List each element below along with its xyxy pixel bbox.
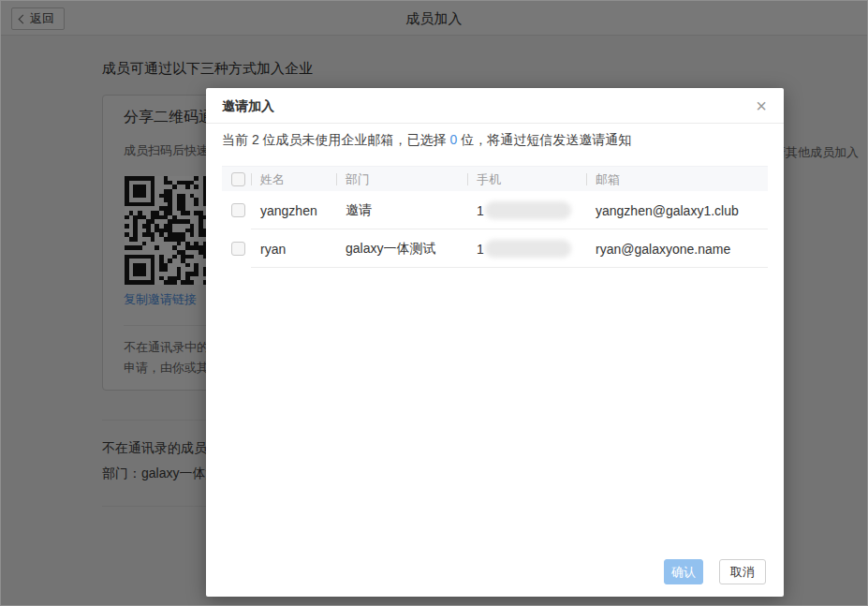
column-header-name: 姓名 [251,167,336,191]
phone-redacted-blur [485,240,571,258]
phone-digit: 1 [477,203,484,218]
dialog-footer: 确认 取消 [664,559,766,584]
cancel-button[interactable]: 取消 [719,559,766,584]
close-icon[interactable]: × [749,88,773,124]
members-table: 姓名 部门 手机 邮箱 yangzhen 邀请 1 yangzhen@galax… [222,166,768,268]
row-checkbox[interactable] [231,242,245,256]
invite-join-dialog: 邀请加入 × 当前 2 位成员未使用企业邮箱，已选择 0 位，将通过短信发送邀请… [206,88,784,597]
table-header-row: 姓名 部门 手机 邮箱 [222,166,768,191]
dialog-title: 邀请加入 [222,88,274,124]
app-window: 返回 成员加入 成员可通过以下三种方式加入企业 分享二维码通 成员扫码后快速加 … [0,0,868,606]
member-email: ryan@galaxyone.name [586,242,768,257]
header-checkbox-cell [222,172,251,186]
notice-prefix: 当前 2 位成员未使用企业邮箱，已选择 [222,132,449,147]
column-header-department: 部门 [336,167,467,191]
notice-suffix: 位，将通过短信发送邀请通知 [457,132,631,147]
row-checkbox[interactable] [231,203,245,217]
select-all-checkbox[interactable] [231,172,245,186]
row-checkbox-cell [222,242,251,256]
member-phone: 1 [467,201,586,219]
row-checkbox-cell [222,203,251,217]
column-header-phone: 手机 [467,167,586,191]
member-department: 邀请 [336,202,467,219]
member-name: ryan [251,242,336,257]
phone-digit: 1 [477,242,484,257]
table-row: yangzhen 邀请 1 yangzhen@galaxy1.club [222,191,768,229]
member-department: galaxy一体测试 [336,241,467,258]
dialog-notice: 当前 2 位成员未使用企业邮箱，已选择 0 位，将通过短信发送邀请通知 [222,132,631,149]
member-email: yangzhen@galaxy1.club [586,203,768,218]
member-name: yangzhen [251,203,336,218]
member-phone: 1 [467,240,586,258]
confirm-button[interactable]: 确认 [664,559,703,584]
column-header-email: 邮箱 [586,167,768,191]
table-row: ryan galaxy一体测试 1 ryan@galaxyone.name [222,229,768,268]
dialog-header: 邀请加入 × [206,88,784,124]
phone-redacted-blur [485,201,571,219]
